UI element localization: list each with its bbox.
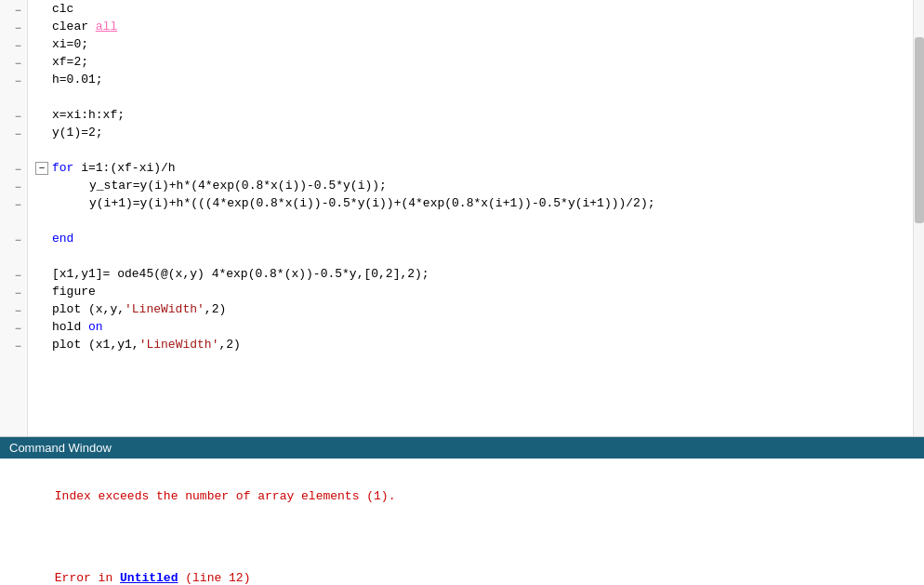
gutter-line: − xyxy=(0,37,27,55)
gutter-line xyxy=(0,249,27,267)
error-text-1: Index exceeds the number of array elemen… xyxy=(55,489,396,503)
gutter-line: − xyxy=(0,55,27,73)
code-line xyxy=(35,247,913,265)
code-token: all xyxy=(96,18,117,35)
code-line: y_star=y(i)+h*(4*exp(0.8*x(i))-0.5*y(i))… xyxy=(35,177,913,194)
command-window-header: Command Window xyxy=(0,437,924,459)
code-line: y(1)=2; xyxy=(35,124,913,141)
code-line: xi=0; xyxy=(35,35,913,53)
gutter: −−−−−−−−−−−−−−−− xyxy=(0,0,28,436)
code-token: ,2) xyxy=(205,300,226,318)
error-link-untitled[interactable]: Untitled xyxy=(120,571,178,585)
gutter-line: − xyxy=(0,267,27,285)
code-line: hold on xyxy=(35,318,913,336)
code-line: plot (x,y,'LineWidth',2) xyxy=(35,300,913,318)
gutter-line: − xyxy=(0,126,27,143)
code-token: for xyxy=(52,159,81,177)
code-line: x=xi:h:xf; xyxy=(35,106,913,124)
code-token: [x1,y1]= ode45(@(x,y) 4*exp(0.8*(x))-0.5… xyxy=(52,265,429,283)
for-collapse-icon[interactable]: − xyxy=(35,162,48,175)
gutter-line: − xyxy=(0,161,27,179)
gutter-line xyxy=(0,214,27,232)
code-line: end xyxy=(35,230,913,247)
error-line-2: Error in Untitled (line 12) xyxy=(11,548,913,585)
gutter-line: − xyxy=(0,196,27,214)
code-lines[interactable]: clcclear allxi=0;xf=2;h=0.01;x=xi:h:xf;y… xyxy=(28,0,913,436)
error-line-1: Index exceeds the number of array elemen… xyxy=(11,466,913,527)
code-token: figure xyxy=(52,283,96,300)
code-token: ,2) xyxy=(218,336,240,353)
scrollbar[interactable] xyxy=(913,0,924,436)
code-line: h=0.01; xyxy=(35,71,913,88)
gutter-line: − xyxy=(0,179,27,196)
code-token: clc xyxy=(52,0,73,18)
code-token: clear xyxy=(52,18,96,35)
code-token: y(i+1)=y(i)+h*(((4*exp(0.8*x(i))-0.5*y(i… xyxy=(89,194,655,212)
code-token: on xyxy=(88,318,103,336)
gutter-line: − xyxy=(0,108,27,126)
code-line xyxy=(35,88,913,106)
code-line: y(i+1)=y(i)+h*(((4*exp(0.8*x(i))-0.5*y(i… xyxy=(35,194,913,212)
code-token: plot (x,y, xyxy=(52,300,125,318)
scrollbar-thumb[interactable] xyxy=(915,37,924,223)
code-token: 'LineWidth' xyxy=(139,336,219,353)
gutter-line: − xyxy=(0,285,27,302)
gutter-line xyxy=(0,143,27,161)
code-token: xf=2; xyxy=(52,53,88,71)
code-token: y(1)=2; xyxy=(52,124,103,141)
gutter-line: − xyxy=(0,73,27,90)
code-line: [x1,y1]= ode45(@(x,y) 4*exp(0.8*(x))-0.5… xyxy=(35,265,913,283)
code-line: clear all xyxy=(35,18,913,35)
editor-area: −−−−−−−−−−−−−−−− clcclear allxi=0;xf=2;h… xyxy=(0,0,924,436)
error-line-blank xyxy=(11,527,913,548)
code-token: hold xyxy=(52,318,88,336)
error-suffix: (line 12) xyxy=(178,571,250,585)
code-line: xf=2; xyxy=(35,53,913,71)
code-line: plot (x1,y1,'LineWidth',2) xyxy=(35,336,913,353)
code-token: end xyxy=(52,230,73,247)
code-token: h=0.01; xyxy=(52,71,103,88)
command-window-title: Command Window xyxy=(9,441,112,455)
code-token: y_star=y(i)+h*(4*exp(0.8*x(i))-0.5*y(i))… xyxy=(89,177,387,194)
code-container: −−−−−−−−−−−−−−−− clcclear allxi=0;xf=2;h… xyxy=(0,0,924,436)
code-token: i=1:(xf-xi)/h xyxy=(81,159,175,177)
gutter-line xyxy=(0,90,27,108)
gutter-line: − xyxy=(0,20,27,37)
code-token: xi=0; xyxy=(52,35,88,53)
gutter-line: − xyxy=(0,2,27,20)
code-line xyxy=(35,212,913,230)
gutter-line: − xyxy=(0,302,27,320)
code-line xyxy=(35,141,913,159)
code-line: figure xyxy=(35,283,913,300)
gutter-line: − xyxy=(0,232,27,249)
command-window-content: Index exceeds the number of array elemen… xyxy=(0,459,924,585)
code-line: −for i=1:(xf-xi)/h xyxy=(35,159,913,177)
gutter-line: − xyxy=(0,338,27,355)
code-token: x=xi:h:xf; xyxy=(52,106,125,124)
command-window: Command Window Index exceeds the number … xyxy=(0,436,924,585)
error-prefix: Error in xyxy=(55,571,120,585)
gutter-line: − xyxy=(0,320,27,338)
code-line: clc xyxy=(35,0,913,18)
code-token: plot (x1,y1, xyxy=(52,336,139,353)
code-token: 'LineWidth' xyxy=(125,300,205,318)
